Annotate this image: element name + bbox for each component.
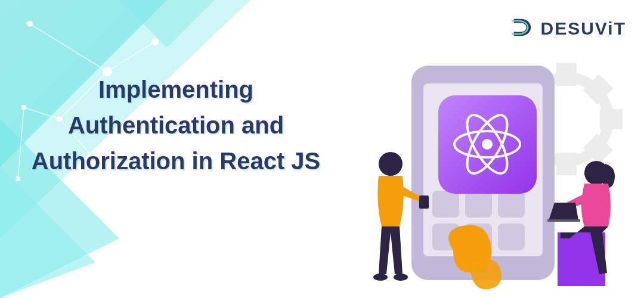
svg-rect-20 — [562, 158, 571, 170]
svg-rect-35 — [498, 224, 525, 250]
svg-rect-24 — [590, 82, 605, 97]
svg-point-11 — [27, 21, 33, 27]
svg-rect-32 — [498, 191, 525, 218]
svg-rect-47 — [547, 219, 580, 222]
brand-name: DESUViT — [541, 18, 626, 39]
svg-rect-31 — [465, 191, 492, 218]
svg-point-15 — [151, 38, 159, 45]
svg-point-37 — [482, 139, 493, 150]
svg-rect-26 — [590, 141, 605, 156]
svg-rect-30 — [432, 191, 459, 218]
brand-logo: DESUViT — [510, 15, 626, 42]
svg-rect-19 — [562, 69, 571, 80]
desuvit-logo-icon — [510, 15, 535, 42]
svg-rect-22 — [605, 114, 617, 124]
title-container: Implementing Authentication and Authoriz… — [18, 72, 334, 179]
page-title: Implementing Authentication and Authoriz… — [18, 72, 334, 179]
person-sitting-laptop — [547, 161, 615, 286]
svg-point-43 — [373, 274, 388, 281]
svg-point-44 — [394, 274, 408, 281]
react-developers-illustration — [334, 48, 644, 298]
svg-rect-42 — [419, 195, 429, 209]
svg-point-41 — [379, 152, 402, 176]
react-logo-card — [438, 95, 537, 194]
